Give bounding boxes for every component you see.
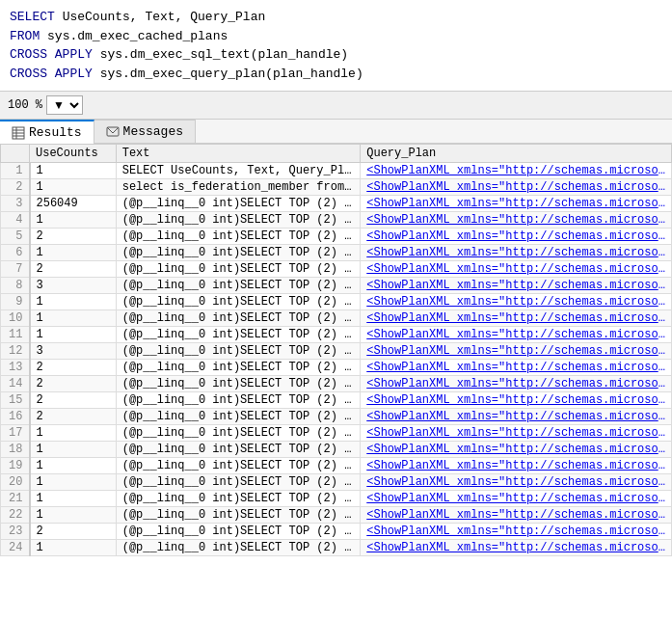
cell-queryplan[interactable]: <ShowPlanXML xmlns="http://schemas.micro… — [361, 327, 672, 343]
sql-editor: SELECT UseCounts, Text, Query_Plan FROM … — [0, 0, 672, 92]
cell-text: (@p__linq__0 int)SELECT TOP (2) [Extent1… — [116, 376, 361, 392]
cell-rownum: 21 — [1, 491, 30, 507]
cell-usecounts: 2 — [30, 524, 117, 540]
cell-queryplan[interactable]: <ShowPlanXML xmlns="http://schemas.micro… — [361, 245, 672, 261]
cell-usecounts: 1 — [30, 540, 117, 556]
sql-line-2: FROM sys.dm_exec_cached_plans — [10, 27, 662, 46]
table-row: 52(@p__linq__0 int)SELECT TOP (2) [Exten… — [1, 229, 672, 245]
cell-queryplan[interactable]: <ShowPlanXML xmlns="http://schemas.micro… — [361, 376, 672, 392]
col-header-text: Text — [116, 145, 361, 163]
zoom-dropdown[interactable]: ▼ — [46, 95, 83, 115]
cell-queryplan[interactable]: <ShowPlanXML xmlns="http://schemas.micro… — [361, 179, 672, 196]
tabs-bar: Results Messages — [0, 120, 672, 144]
cell-text: (@p__linq__0 int)SELECT TOP (2) [Extent1… — [116, 507, 361, 524]
keyword-cross-2: CROSS APPLY — [10, 67, 93, 81]
cell-queryplan[interactable]: <ShowPlanXML xmlns="http://schemas.micro… — [361, 229, 672, 245]
cell-queryplan[interactable]: <ShowPlanXML xmlns="http://schemas.micro… — [361, 524, 672, 540]
cell-queryplan[interactable]: <ShowPlanXML xmlns="http://schemas.micro… — [361, 343, 672, 360]
cell-usecounts: 256049 — [30, 196, 117, 212]
cell-usecounts: 1 — [30, 474, 117, 491]
cell-rownum: 11 — [1, 327, 30, 343]
cell-text: (@p__linq__0 int)SELECT TOP (2) [Extent1… — [116, 261, 361, 278]
cell-queryplan[interactable]: <ShowPlanXML xmlns="http://schemas.micro… — [361, 212, 672, 229]
cell-queryplan[interactable]: <ShowPlanXML xmlns="http://schemas.micro… — [361, 310, 672, 327]
cell-text: (@p__linq__0 int)SELECT TOP (2) [Extent1… — [116, 409, 361, 425]
table-row: 142(@p__linq__0 int)SELECT TOP (2) [Exte… — [1, 376, 672, 392]
cell-usecounts: 1 — [30, 442, 117, 458]
cell-text: SELECT UseCounts, Text, Query_Plan FROM … — [116, 163, 361, 179]
toolbar: 100 % ▼ — [0, 92, 672, 120]
cell-queryplan[interactable]: <ShowPlanXML xmlns="http://schemas.micro… — [361, 540, 672, 556]
cell-rownum: 15 — [1, 392, 30, 409]
table-row: 191(@p__linq__0 int)SELECT TOP (2) [Exte… — [1, 458, 672, 474]
table-row: 83(@p__linq__0 int)SELECT TOP (2) [Exten… — [1, 278, 672, 294]
cell-text: (@p__linq__0 int)SELECT TOP (2) [Extent1… — [116, 229, 361, 245]
cell-usecounts: 3 — [30, 343, 117, 360]
cell-rownum: 18 — [1, 442, 30, 458]
cell-rownum: 13 — [1, 360, 30, 376]
cell-queryplan[interactable]: <ShowPlanXML xmlns="http://schemas.micro… — [361, 474, 672, 491]
table-row: 232(@p__linq__0 int)SELECT TOP (2) [Exte… — [1, 524, 672, 540]
cell-rownum: 12 — [1, 343, 30, 360]
cell-text: (@p__linq__0 int)SELECT TOP (2) [Extent1… — [116, 425, 361, 442]
table-header-row: UseCounts Text Query_Plan — [1, 145, 672, 163]
tab-messages[interactable]: Messages — [94, 120, 196, 143]
cell-rownum: 6 — [1, 245, 30, 261]
table-row: 162(@p__linq__0 int)SELECT TOP (2) [Exte… — [1, 409, 672, 425]
cell-usecounts: 1 — [30, 294, 117, 310]
cell-text: (@p__linq__0 int)SELECT TOP (2) [Extent1… — [116, 327, 361, 343]
col-header-queryplan: Query_Plan — [361, 145, 672, 163]
cell-rownum: 14 — [1, 376, 30, 392]
keyword-from: FROM — [10, 29, 40, 43]
cell-rownum: 22 — [1, 507, 30, 524]
cell-queryplan[interactable]: <ShowPlanXML xmlns="http://schemas.micro… — [361, 392, 672, 409]
zoom-label: 100 % — [8, 98, 42, 112]
cell-usecounts: 3 — [30, 278, 117, 294]
cell-queryplan[interactable]: <ShowPlanXML xmlns="http://schemas.micro… — [361, 163, 672, 179]
cell-queryplan[interactable]: <ShowPlanXML xmlns="http://schemas.micro… — [361, 360, 672, 376]
table-row: 152(@p__linq__0 int)SELECT TOP (2) [Exte… — [1, 392, 672, 409]
cell-rownum: 7 — [1, 261, 30, 278]
tab-results-label: Results — [29, 125, 82, 140]
cell-rownum: 9 — [1, 294, 30, 310]
sql-line-1: SELECT UseCounts, Text, Query_Plan — [10, 8, 662, 27]
cell-text: (@p__linq__0 int)SELECT TOP (2) [Extent1… — [116, 540, 361, 556]
cell-text: (@p__linq__0 int)SELECT TOP (2) [Extent1… — [116, 360, 361, 376]
cell-queryplan[interactable]: <ShowPlanXML xmlns="http://schemas.micro… — [361, 196, 672, 212]
cell-usecounts: 2 — [30, 409, 117, 425]
cell-queryplan[interactable]: <ShowPlanXML xmlns="http://schemas.micro… — [361, 409, 672, 425]
cell-rownum: 20 — [1, 474, 30, 491]
results-icon — [12, 126, 25, 140]
cell-text: (@p__linq__0 int)SELECT TOP (2) [Extent1… — [116, 278, 361, 294]
cell-queryplan[interactable]: <ShowPlanXML xmlns="http://schemas.micro… — [361, 425, 672, 442]
tab-results[interactable]: Results — [0, 120, 94, 144]
cell-queryplan[interactable]: <ShowPlanXML xmlns="http://schemas.micro… — [361, 294, 672, 310]
cell-queryplan[interactable]: <ShowPlanXML xmlns="http://schemas.micro… — [361, 491, 672, 507]
keyword-select: SELECT — [10, 10, 55, 24]
cell-queryplan[interactable]: <ShowPlanXML xmlns="http://schemas.micro… — [361, 261, 672, 278]
table-row: 241(@p__linq__0 int)SELECT TOP (2) [Exte… — [1, 540, 672, 556]
cell-rownum: 5 — [1, 229, 30, 245]
cell-queryplan[interactable]: <ShowPlanXML xmlns="http://schemas.micro… — [361, 507, 672, 524]
table-row: 201(@p__linq__0 int)SELECT TOP (2) [Exte… — [1, 474, 672, 491]
cell-text: (@p__linq__0 int)SELECT TOP (2) [Extent1… — [116, 212, 361, 229]
cell-rownum: 10 — [1, 310, 30, 327]
cell-usecounts: 1 — [30, 212, 117, 229]
table-row: 211(@p__linq__0 int)SELECT TOP (2) [Exte… — [1, 491, 672, 507]
table-row: 221(@p__linq__0 int)SELECT TOP (2) [Exte… — [1, 507, 672, 524]
cell-text: select is_federation_member from sys.dat… — [116, 179, 361, 196]
cell-rownum: 8 — [1, 278, 30, 294]
cell-rownum: 17 — [1, 425, 30, 442]
cell-text: (@p__linq__0 int)SELECT TOP (2) [Extent1… — [116, 310, 361, 327]
sql-line-4: CROSS APPLY sys.dm_exec_query_plan(plan_… — [10, 65, 662, 84]
results-container[interactable]: UseCounts Text Query_Plan 11SELECT UseCo… — [0, 144, 672, 616]
cell-queryplan[interactable]: <ShowPlanXML xmlns="http://schemas.micro… — [361, 278, 672, 294]
table-row: 11SELECT UseCounts, Text, Query_Plan FRO… — [1, 163, 672, 179]
cell-queryplan[interactable]: <ShowPlanXML xmlns="http://schemas.micro… — [361, 458, 672, 474]
cell-usecounts: 1 — [30, 458, 117, 474]
table-row: 132(@p__linq__0 int)SELECT TOP (2) [Exte… — [1, 360, 672, 376]
cell-usecounts: 2 — [30, 392, 117, 409]
cell-text: (@p__linq__0 int)SELECT TOP (2) [Extent1… — [116, 524, 361, 540]
cell-usecounts: 2 — [30, 376, 117, 392]
cell-queryplan[interactable]: <ShowPlanXML xmlns="http://schemas.micro… — [361, 442, 672, 458]
